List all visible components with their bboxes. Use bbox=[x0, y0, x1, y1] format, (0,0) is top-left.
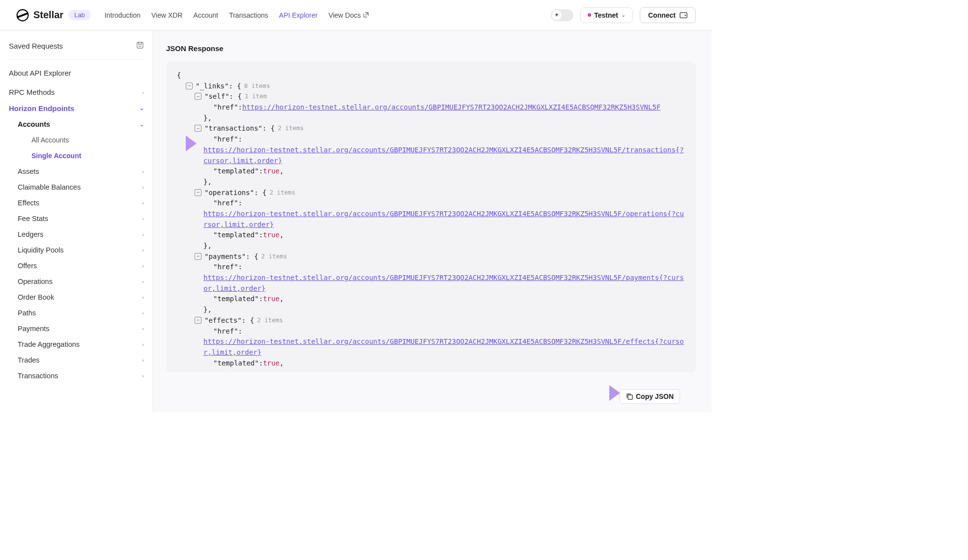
wallet-icon bbox=[680, 12, 687, 19]
chevron-right-icon: › bbox=[142, 263, 144, 269]
collapse-toggle[interactable]: − bbox=[195, 125, 201, 132]
header: Stellar Lab Introduction View XDR Accoun… bbox=[0, 0, 712, 30]
nav-view-docs-label: View Docs bbox=[328, 11, 361, 19]
sidebar-item[interactable]: Ledgers› bbox=[18, 226, 144, 242]
chevron-right-icon: › bbox=[142, 168, 144, 174]
sidebar-all-accounts[interactable]: All Accounts bbox=[31, 132, 144, 148]
sidebar-accounts[interactable]: Accounts⌄ bbox=[18, 116, 144, 132]
nav-introduction[interactable]: Introduction bbox=[105, 11, 141, 19]
external-link-icon bbox=[363, 12, 369, 18]
svg-rect-3 bbox=[137, 42, 143, 48]
sidebar-item[interactable]: Offers› bbox=[18, 258, 144, 274]
sidebar-item[interactable]: Liquidity Pools› bbox=[18, 242, 144, 258]
sidebar-item[interactable]: Order Book› bbox=[18, 289, 144, 305]
chevron-right-icon: › bbox=[142, 341, 144, 347]
nav-view-docs[interactable]: View Docs bbox=[328, 11, 369, 19]
chevron-right-icon: › bbox=[142, 184, 144, 190]
sidebar-item[interactable]: Assets› bbox=[18, 164, 144, 179]
collapse-toggle[interactable]: − bbox=[195, 93, 201, 100]
sidebar-item[interactable]: Trade Aggregations› bbox=[18, 336, 144, 352]
chevron-right-icon: › bbox=[142, 357, 144, 363]
panel-title: JSON Response bbox=[166, 44, 696, 53]
top-nav: Introduction View XDR Account Transactio… bbox=[105, 11, 369, 19]
sidebar: Saved Requests About API Explorer RPC Me… bbox=[0, 30, 153, 412]
chevron-right-icon: › bbox=[142, 294, 144, 300]
copy-json-label: Copy JSON bbox=[636, 392, 674, 400]
chevron-down-icon: ⌄ bbox=[621, 12, 626, 18]
sidebar-item[interactable]: Payments› bbox=[18, 321, 144, 336]
json-link[interactable]: https://horizon-testnet.stellar.org/acco… bbox=[203, 336, 685, 358]
about-api-explorer[interactable]: About API Explorer bbox=[9, 69, 144, 77]
nav-api-explorer[interactable]: API Explorer bbox=[279, 11, 318, 19]
sidebar-horizon-endpoints[interactable]: Horizon Endpoints⌄ bbox=[9, 100, 144, 116]
json-response-panel: { −"_links": {8 items −"self": {1 item "… bbox=[166, 61, 696, 372]
collapse-toggle[interactable]: − bbox=[195, 253, 201, 260]
main-content: JSON Response { −"_links": {8 items −"se… bbox=[153, 30, 712, 412]
chevron-right-icon: › bbox=[142, 326, 144, 332]
logo[interactable]: Stellar bbox=[16, 8, 63, 22]
connect-button[interactable]: Connect bbox=[640, 7, 696, 23]
main-layout: Saved Requests About API Explorer RPC Me… bbox=[0, 30, 712, 412]
saved-requests[interactable]: Saved Requests bbox=[9, 41, 144, 60]
chevron-down-icon: ⌄ bbox=[140, 121, 144, 128]
sidebar-item[interactable]: Operations› bbox=[18, 274, 144, 289]
collapse-toggle[interactable]: − bbox=[195, 317, 201, 324]
chevron-right-icon: › bbox=[142, 231, 144, 237]
theme-knob-light: ☀ bbox=[552, 10, 562, 20]
chevron-right-icon: › bbox=[142, 373, 144, 379]
nav-transactions[interactable]: Transactions bbox=[229, 11, 268, 19]
annotation-arrow bbox=[169, 133, 197, 154]
svg-point-2 bbox=[684, 14, 686, 16]
save-icon bbox=[136, 41, 144, 51]
svg-rect-1 bbox=[680, 12, 687, 18]
sidebar-item[interactable]: Paths› bbox=[18, 305, 144, 321]
header-right: ☀ Testnet ⌄ Connect bbox=[551, 7, 696, 23]
network-status-dot bbox=[588, 13, 591, 17]
sidebar-rpc-methods[interactable]: RPC Methods› bbox=[9, 84, 144, 100]
saved-requests-label: Saved Requests bbox=[9, 42, 63, 50]
collapse-toggle[interactable]: − bbox=[186, 83, 193, 89]
network-selector[interactable]: Testnet ⌄ bbox=[580, 7, 633, 23]
chevron-right-icon: › bbox=[142, 89, 144, 95]
json-link[interactable]: https://horizon-testnet.stellar.org/acco… bbox=[203, 145, 685, 166]
nav-view-xdr[interactable]: View XDR bbox=[151, 11, 183, 19]
theme-toggle[interactable]: ☀ bbox=[551, 9, 573, 21]
chevron-right-icon: › bbox=[142, 247, 144, 253]
chevron-down-icon: ⌄ bbox=[140, 105, 144, 112]
chevron-right-icon: › bbox=[142, 200, 144, 206]
sidebar-single-account[interactable]: Single Account bbox=[31, 148, 144, 164]
stellar-logo-icon bbox=[16, 8, 29, 22]
sidebar-item[interactable]: Fee Stats› bbox=[18, 211, 144, 226]
chevron-right-icon: › bbox=[142, 216, 144, 222]
sidebar-item[interactable]: Effects› bbox=[18, 195, 144, 211]
annotation-arrow bbox=[593, 382, 620, 404]
network-label: Testnet bbox=[594, 11, 618, 19]
sidebar-item[interactable]: Trades› bbox=[18, 352, 144, 368]
collapse-toggle[interactable]: − bbox=[195, 189, 201, 196]
json-link[interactable]: https://horizon-testnet.stellar.org/acco… bbox=[203, 209, 685, 230]
nav-account[interactable]: Account bbox=[194, 11, 219, 19]
json-link[interactable]: https://horizon-testnet.stellar.org/acco… bbox=[203, 273, 685, 294]
svg-rect-4 bbox=[628, 395, 632, 399]
chevron-right-icon: › bbox=[142, 310, 144, 316]
lab-badge: Lab bbox=[68, 10, 91, 20]
json-link[interactable]: https://horizon-testnet.stellar.org/acco… bbox=[242, 102, 660, 113]
copy-icon bbox=[626, 393, 633, 400]
copy-json-button[interactable]: Copy JSON bbox=[620, 389, 680, 404]
connect-label: Connect bbox=[648, 11, 676, 19]
chevron-right-icon: › bbox=[142, 279, 144, 284]
brand-name: Stellar bbox=[33, 9, 63, 21]
sidebar-item[interactable]: Transactions› bbox=[18, 368, 144, 384]
sidebar-item[interactable]: Claimable Balances› bbox=[18, 179, 144, 195]
